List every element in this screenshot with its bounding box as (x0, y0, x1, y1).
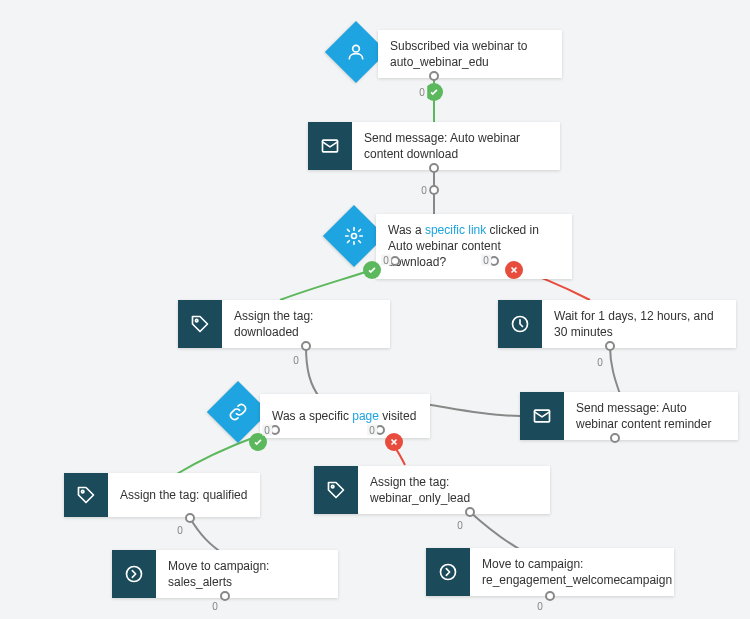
port (545, 591, 555, 601)
node-tag-qualified[interactable]: Assign the tag: qualified (64, 473, 260, 517)
node-label: Move to campaign: re_engagement_welcomec… (470, 548, 684, 596)
port (429, 185, 439, 195)
mail-icon (308, 122, 352, 170)
edge-count: 0 (381, 255, 391, 266)
arrow-right-circle-icon (112, 550, 156, 598)
node-label: Assign the tag: qualified (108, 473, 259, 517)
check-icon (363, 261, 381, 279)
tag-icon (314, 466, 358, 514)
clock-icon (498, 300, 542, 348)
node-link-clicked[interactable]: Was a specific link clicked in Auto webi… (376, 214, 572, 279)
edge-count: 0 (535, 601, 545, 612)
node-label: Subscribed via webinar to auto_webinar_e… (378, 30, 562, 78)
node-label: Was a specific link clicked in Auto webi… (376, 214, 572, 279)
edge-count: 0 (595, 357, 605, 368)
node-tag-downloaded[interactable]: Assign the tag: downloaded (178, 300, 390, 348)
port (605, 341, 615, 351)
port (185, 513, 195, 523)
node-subscribed[interactable]: Subscribed via webinar to auto_webinar_e… (378, 30, 562, 78)
check-icon (249, 433, 267, 451)
port (465, 507, 475, 517)
gear-icon (344, 226, 364, 246)
x-icon (505, 261, 523, 279)
port (429, 163, 439, 173)
tag-icon (178, 300, 222, 348)
svg-point-7 (331, 486, 334, 489)
node-label: Send message: Auto webinar content downl… (352, 122, 560, 170)
edge-count: 0 (455, 520, 465, 531)
workflow-canvas[interactable]: Subscribed via webinar to auto_webinar_e… (0, 0, 750, 619)
node-label: Was a specific page visited (260, 394, 428, 438)
node-label: Send message: Auto webinar content remin… (564, 392, 738, 440)
check-icon (425, 83, 443, 101)
svg-point-0 (353, 45, 360, 52)
node-label: Move to campaign: sales_alerts (156, 550, 338, 598)
edge-count: 0 (210, 601, 220, 612)
mail-icon (520, 392, 564, 440)
node-tag-webinar-only-lead[interactable]: Assign the tag: webinar_only_lead (314, 466, 550, 514)
node-move-reengagement[interactable]: Move to campaign: re_engagement_welcomec… (426, 548, 674, 596)
edge-count: 0 (367, 425, 377, 436)
svg-point-8 (127, 567, 142, 582)
svg-point-9 (441, 565, 456, 580)
svg-point-2 (352, 234, 357, 239)
port (390, 256, 400, 266)
edge-count: 0 (291, 355, 301, 366)
user-icon (346, 42, 366, 62)
node-label: Assign the tag: webinar_only_lead (358, 466, 550, 514)
svg-point-3 (195, 320, 198, 323)
arrow-right-circle-icon (426, 548, 470, 596)
x-icon (385, 433, 403, 451)
node-wait[interactable]: Wait for 1 days, 12 hours, and 30 minute… (498, 300, 736, 348)
tag-icon (64, 473, 108, 517)
port (220, 591, 230, 601)
edge-count: 0 (175, 525, 185, 536)
edge-count: 0 (419, 185, 429, 196)
node-page-visited[interactable]: Was a specific page visited (260, 394, 430, 438)
port (429, 71, 439, 81)
port (610, 433, 620, 443)
node-label: Wait for 1 days, 12 hours, and 30 minute… (542, 300, 736, 348)
edge-count: 0 (417, 87, 427, 98)
edge-count: 0 (481, 255, 491, 266)
port (301, 341, 311, 351)
edge-count: 0 (262, 425, 272, 436)
node-send-message-reminder[interactable]: Send message: Auto webinar content remin… (520, 392, 738, 440)
link-icon (228, 402, 248, 422)
svg-point-6 (81, 490, 84, 493)
